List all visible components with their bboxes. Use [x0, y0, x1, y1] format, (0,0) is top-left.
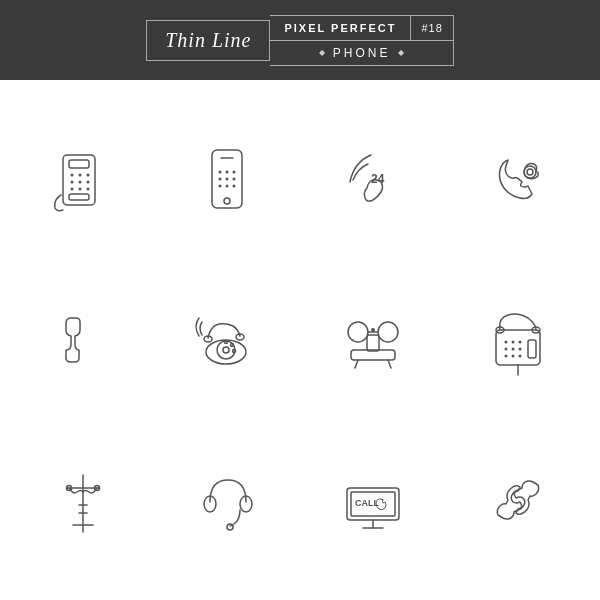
handset-icon — [10, 260, 155, 420]
svg-point-6 — [86, 181, 89, 184]
mobile-phone-icon — [155, 100, 300, 260]
svg-point-15 — [218, 171, 221, 174]
svg-point-21 — [218, 185, 221, 188]
svg-point-7 — [70, 188, 73, 191]
header-top-row: PIXEL PERFECT #18 — [270, 16, 452, 41]
svg-point-5 — [78, 181, 81, 184]
rotary-phone-icon — [155, 260, 300, 420]
desk-phone-icon — [445, 260, 590, 420]
header-right: PIXEL PERFECT #18 ◆ PHONE ◆ — [270, 15, 453, 66]
call-screen-icon: CALL — [300, 420, 445, 580]
svg-rect-53 — [528, 340, 536, 358]
svg-point-50 — [504, 355, 507, 358]
phone-label: PHONE — [333, 46, 391, 60]
dot-left: ◆ — [319, 48, 325, 57]
svg-point-4 — [70, 181, 73, 184]
svg-point-19 — [225, 178, 228, 181]
svg-point-44 — [504, 341, 507, 344]
brand-box: Thin Line — [146, 20, 270, 61]
at-phone-icon — [445, 100, 590, 260]
svg-text:24: 24 — [371, 172, 385, 186]
svg-point-49 — [518, 348, 521, 351]
svg-point-40 — [371, 328, 375, 332]
svg-point-45 — [511, 341, 514, 344]
header: Thin Line PIXEL PERFECT #18 ◆ PHONE ◆ — [0, 0, 600, 80]
svg-point-9 — [86, 188, 89, 191]
svg-point-8 — [78, 188, 81, 191]
icons-grid: 24 — [0, 80, 600, 600]
svg-line-42 — [388, 360, 391, 368]
svg-point-46 — [518, 341, 521, 344]
crossed-handsets-icon — [445, 420, 590, 580]
svg-point-14 — [224, 198, 230, 204]
telephone-pole-icon — [10, 420, 155, 580]
dot-right: ◆ — [398, 48, 404, 57]
svg-point-51 — [511, 355, 514, 358]
header-inner: Thin Line PIXEL PERFECT #18 ◆ PHONE ◆ — [146, 15, 454, 66]
office-phone-icon — [10, 100, 155, 260]
svg-point-29 — [223, 347, 229, 353]
svg-point-16 — [225, 171, 228, 174]
svg-point-20 — [232, 178, 235, 181]
svg-rect-36 — [367, 335, 379, 351]
header-bottom-row: ◆ PHONE ◆ — [270, 41, 452, 65]
svg-point-23 — [232, 185, 235, 188]
svg-point-65 — [227, 524, 233, 530]
svg-point-38 — [378, 322, 398, 342]
svg-point-18 — [218, 178, 221, 181]
svg-point-37 — [348, 322, 368, 342]
hash-number: #18 — [411, 16, 452, 40]
svg-point-22 — [225, 185, 228, 188]
svg-line-41 — [355, 360, 358, 368]
svg-point-48 — [511, 348, 514, 351]
svg-point-17 — [232, 171, 235, 174]
svg-point-1 — [70, 174, 73, 177]
svg-rect-10 — [69, 160, 89, 168]
svg-point-32 — [232, 350, 235, 353]
svg-rect-0 — [63, 155, 95, 205]
24hr-call-icon: 24 — [300, 100, 445, 260]
svg-point-31 — [230, 344, 233, 347]
svg-point-30 — [224, 341, 227, 344]
vintage-phone-icon — [300, 260, 445, 420]
svg-point-52 — [518, 355, 521, 358]
headset-icon — [155, 420, 300, 580]
svg-point-2 — [78, 174, 81, 177]
svg-point-47 — [504, 348, 507, 351]
pixel-perfect-label: PIXEL PERFECT — [270, 16, 411, 40]
svg-point-26 — [527, 169, 533, 175]
svg-rect-11 — [69, 194, 89, 200]
svg-rect-43 — [496, 330, 540, 365]
svg-point-3 — [86, 174, 89, 177]
brand-label: Thin Line — [165, 29, 251, 51]
